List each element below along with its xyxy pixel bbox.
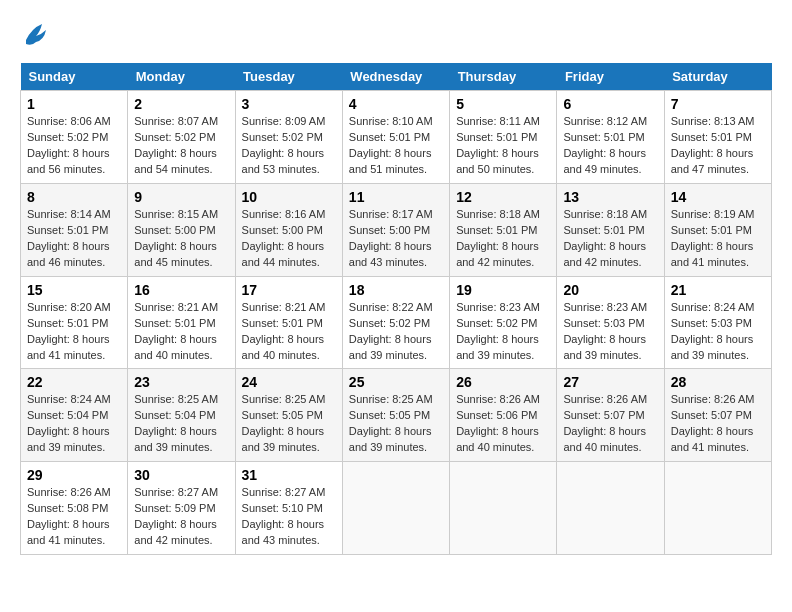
day-detail: Sunrise: 8:14 AMSunset: 5:01 PMDaylight:… [27,207,121,271]
calendar-week-2: 8Sunrise: 8:14 AMSunset: 5:01 PMDaylight… [21,183,772,276]
calendar-cell [664,462,771,555]
day-number: 9 [134,189,228,205]
day-detail: Sunrise: 8:06 AMSunset: 5:02 PMDaylight:… [27,114,121,178]
weekday-header-sunday: Sunday [21,63,128,91]
day-detail: Sunrise: 8:21 AMSunset: 5:01 PMDaylight:… [134,300,228,364]
day-number: 22 [27,374,121,390]
weekday-header-saturday: Saturday [664,63,771,91]
calendar-table: SundayMondayTuesdayWednesdayThursdayFrid… [20,63,772,555]
calendar-cell: 1Sunrise: 8:06 AMSunset: 5:02 PMDaylight… [21,91,128,184]
day-number: 17 [242,282,336,298]
day-detail: Sunrise: 8:27 AMSunset: 5:09 PMDaylight:… [134,485,228,549]
day-number: 15 [27,282,121,298]
logo [20,20,52,53]
logo-text [20,20,50,53]
day-number: 2 [134,96,228,112]
day-number: 18 [349,282,443,298]
calendar-cell: 13Sunrise: 8:18 AMSunset: 5:01 PMDayligh… [557,183,664,276]
day-detail: Sunrise: 8:22 AMSunset: 5:02 PMDaylight:… [349,300,443,364]
day-detail: Sunrise: 8:11 AMSunset: 5:01 PMDaylight:… [456,114,550,178]
calendar-cell: 15Sunrise: 8:20 AMSunset: 5:01 PMDayligh… [21,276,128,369]
calendar-cell: 28Sunrise: 8:26 AMSunset: 5:07 PMDayligh… [664,369,771,462]
day-number: 14 [671,189,765,205]
page-header [20,20,772,53]
day-number: 16 [134,282,228,298]
day-detail: Sunrise: 8:20 AMSunset: 5:01 PMDaylight:… [27,300,121,364]
calendar-week-3: 15Sunrise: 8:20 AMSunset: 5:01 PMDayligh… [21,276,772,369]
calendar-cell: 10Sunrise: 8:16 AMSunset: 5:00 PMDayligh… [235,183,342,276]
day-number: 11 [349,189,443,205]
day-detail: Sunrise: 8:19 AMSunset: 5:01 PMDaylight:… [671,207,765,271]
day-detail: Sunrise: 8:23 AMSunset: 5:02 PMDaylight:… [456,300,550,364]
calendar-week-4: 22Sunrise: 8:24 AMSunset: 5:04 PMDayligh… [21,369,772,462]
day-detail: Sunrise: 8:27 AMSunset: 5:10 PMDaylight:… [242,485,336,549]
day-number: 30 [134,467,228,483]
calendar-cell: 30Sunrise: 8:27 AMSunset: 5:09 PMDayligh… [128,462,235,555]
calendar-cell: 2Sunrise: 8:07 AMSunset: 5:02 PMDaylight… [128,91,235,184]
day-number: 31 [242,467,336,483]
calendar-cell: 23Sunrise: 8:25 AMSunset: 5:04 PMDayligh… [128,369,235,462]
day-detail: Sunrise: 8:26 AMSunset: 5:06 PMDaylight:… [456,392,550,456]
day-detail: Sunrise: 8:24 AMSunset: 5:04 PMDaylight:… [27,392,121,456]
day-number: 20 [563,282,657,298]
calendar-cell: 11Sunrise: 8:17 AMSunset: 5:00 PMDayligh… [342,183,449,276]
calendar-cell: 7Sunrise: 8:13 AMSunset: 5:01 PMDaylight… [664,91,771,184]
calendar-cell [450,462,557,555]
day-number: 12 [456,189,550,205]
weekday-header-thursday: Thursday [450,63,557,91]
calendar-cell: 27Sunrise: 8:26 AMSunset: 5:07 PMDayligh… [557,369,664,462]
calendar-cell: 4Sunrise: 8:10 AMSunset: 5:01 PMDaylight… [342,91,449,184]
day-detail: Sunrise: 8:13 AMSunset: 5:01 PMDaylight:… [671,114,765,178]
day-detail: Sunrise: 8:24 AMSunset: 5:03 PMDaylight:… [671,300,765,364]
day-number: 4 [349,96,443,112]
day-number: 3 [242,96,336,112]
calendar-header-row: SundayMondayTuesdayWednesdayThursdayFrid… [21,63,772,91]
calendar-cell: 5Sunrise: 8:11 AMSunset: 5:01 PMDaylight… [450,91,557,184]
day-detail: Sunrise: 8:25 AMSunset: 5:04 PMDaylight:… [134,392,228,456]
calendar-cell: 6Sunrise: 8:12 AMSunset: 5:01 PMDaylight… [557,91,664,184]
day-number: 26 [456,374,550,390]
day-number: 24 [242,374,336,390]
day-detail: Sunrise: 8:26 AMSunset: 5:07 PMDaylight:… [671,392,765,456]
day-number: 23 [134,374,228,390]
calendar-cell: 3Sunrise: 8:09 AMSunset: 5:02 PMDaylight… [235,91,342,184]
calendar-cell: 18Sunrise: 8:22 AMSunset: 5:02 PMDayligh… [342,276,449,369]
calendar-cell [557,462,664,555]
day-detail: Sunrise: 8:16 AMSunset: 5:00 PMDaylight:… [242,207,336,271]
calendar-cell: 31Sunrise: 8:27 AMSunset: 5:10 PMDayligh… [235,462,342,555]
day-number: 19 [456,282,550,298]
day-number: 28 [671,374,765,390]
logo-bird-icon [22,20,50,48]
weekday-header-friday: Friday [557,63,664,91]
day-detail: Sunrise: 8:09 AMSunset: 5:02 PMDaylight:… [242,114,336,178]
day-detail: Sunrise: 8:17 AMSunset: 5:00 PMDaylight:… [349,207,443,271]
calendar-cell: 19Sunrise: 8:23 AMSunset: 5:02 PMDayligh… [450,276,557,369]
day-number: 27 [563,374,657,390]
day-number: 29 [27,467,121,483]
day-detail: Sunrise: 8:23 AMSunset: 5:03 PMDaylight:… [563,300,657,364]
day-detail: Sunrise: 8:25 AMSunset: 5:05 PMDaylight:… [242,392,336,456]
day-detail: Sunrise: 8:21 AMSunset: 5:01 PMDaylight:… [242,300,336,364]
calendar-cell: 24Sunrise: 8:25 AMSunset: 5:05 PMDayligh… [235,369,342,462]
calendar-cell: 21Sunrise: 8:24 AMSunset: 5:03 PMDayligh… [664,276,771,369]
day-number: 1 [27,96,121,112]
weekday-header-tuesday: Tuesday [235,63,342,91]
day-detail: Sunrise: 8:18 AMSunset: 5:01 PMDaylight:… [563,207,657,271]
calendar-week-1: 1Sunrise: 8:06 AMSunset: 5:02 PMDaylight… [21,91,772,184]
calendar-cell [342,462,449,555]
day-detail: Sunrise: 8:07 AMSunset: 5:02 PMDaylight:… [134,114,228,178]
weekday-header-wednesday: Wednesday [342,63,449,91]
day-detail: Sunrise: 8:18 AMSunset: 5:01 PMDaylight:… [456,207,550,271]
day-number: 13 [563,189,657,205]
calendar-cell: 14Sunrise: 8:19 AMSunset: 5:01 PMDayligh… [664,183,771,276]
day-number: 6 [563,96,657,112]
day-number: 5 [456,96,550,112]
day-detail: Sunrise: 8:25 AMSunset: 5:05 PMDaylight:… [349,392,443,456]
calendar-cell: 9Sunrise: 8:15 AMSunset: 5:00 PMDaylight… [128,183,235,276]
calendar-cell: 29Sunrise: 8:26 AMSunset: 5:08 PMDayligh… [21,462,128,555]
day-detail: Sunrise: 8:26 AMSunset: 5:08 PMDaylight:… [27,485,121,549]
calendar-cell: 20Sunrise: 8:23 AMSunset: 5:03 PMDayligh… [557,276,664,369]
calendar-cell: 12Sunrise: 8:18 AMSunset: 5:01 PMDayligh… [450,183,557,276]
day-number: 7 [671,96,765,112]
day-detail: Sunrise: 8:26 AMSunset: 5:07 PMDaylight:… [563,392,657,456]
